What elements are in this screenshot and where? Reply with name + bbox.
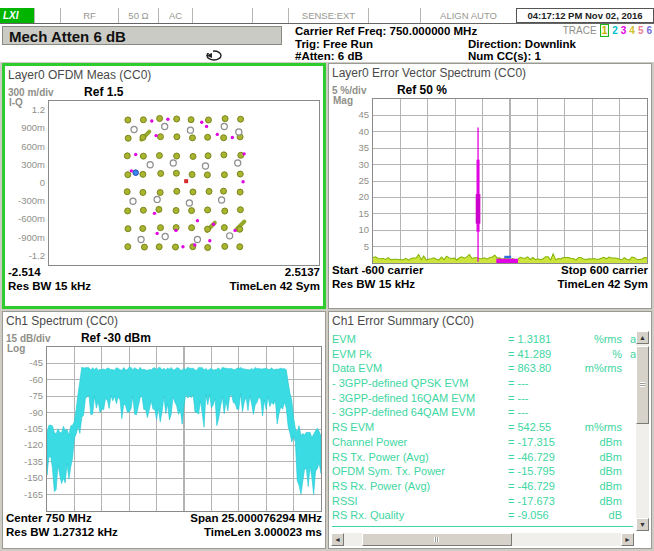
- summary-row-2: EVM Pk= 41.289%at: [332, 347, 631, 362]
- lxi-badge: LXI: [0, 8, 34, 23]
- trace-3-button[interactable]: 3: [621, 25, 627, 36]
- direction-readout: Direction: Downlink: [468, 38, 652, 51]
- trace-4-button[interactable]: 4: [629, 25, 635, 36]
- summary-value: = ---: [508, 405, 574, 420]
- time-len-readout: TimeLen 3.000023 ms: [204, 526, 322, 540]
- scroll-up-button[interactable]: ▲: [636, 331, 649, 344]
- x-axis-right: Stop 600 carrier: [561, 264, 648, 278]
- summary-suffix: [622, 464, 631, 479]
- summary-unit: [574, 376, 622, 391]
- trace-2-button[interactable]: 2: [612, 25, 618, 36]
- res-bw-readout: Res BW 1.27312 kHz: [6, 526, 118, 540]
- summary-label: EVM: [332, 332, 508, 347]
- ref-level: Ref 1.5: [84, 85, 123, 99]
- summary-label: RS Rx. Quality: [332, 508, 508, 523]
- summary-unit: dBm: [574, 450, 622, 465]
- horizontal-scrollbar[interactable]: ◄ ►: [331, 533, 634, 546]
- y-tick-label: 300m: [21, 160, 45, 170]
- trigger-readout: Trig: Free Run: [295, 38, 477, 51]
- summary-value: = -15.795: [508, 464, 574, 479]
- error-summary-table: EVM= 1.3181%rmsatEVM Pk= 41.289%atData E…: [332, 332, 648, 523]
- res-bw-readout: Res BW 15 kHz: [8, 280, 91, 294]
- window-ch1-spectrum[interactable]: Ch1 Spectrum (CC0) 15 dB/div Ref -30 dBm…: [2, 311, 326, 549]
- window-error-summary[interactable]: Ch1 Error Summary (CC0) EVM= 1.3181%rmsa…: [328, 311, 652, 549]
- y-tick-label: -1.2: [29, 251, 45, 261]
- horizontal-scrollbar-thumb[interactable]: [362, 533, 512, 546]
- summary-unit: dB: [574, 508, 622, 523]
- vertical-scrollbar-thumb[interactable]: [636, 346, 649, 424]
- annotation-box: Mech Atten 6 dB: [2, 26, 282, 45]
- status-spacer: [252, 8, 288, 23]
- summary-label: - 3GPP-defined 16QAM EVM: [332, 391, 508, 406]
- y-tick-label: -600m: [18, 214, 45, 224]
- summary-value: = -17.315: [508, 435, 574, 450]
- scroll-down-button[interactable]: ▼: [636, 518, 649, 531]
- ref-level: Ref 50 %: [397, 83, 447, 97]
- axis-format-label: Mag: [333, 95, 353, 106]
- summary-value: = -9.056: [508, 508, 574, 523]
- summary-unit: dBm: [574, 494, 622, 509]
- scroll-left-button[interactable]: ◄: [331, 533, 344, 546]
- time-len-readout: TimeLen 42 Sym: [557, 278, 648, 292]
- summary-row-9: RS Tx. Power (Avg)= -46.729dBm: [332, 450, 631, 465]
- summary-row-5: - 3GPP-defined 16QAM EVM= ---: [332, 391, 631, 406]
- window-title: Layer0 OFDM Meas (CC0): [8, 67, 320, 83]
- summary-label: RS Tx. Power (Avg): [332, 450, 508, 465]
- window-error-vector-spectrum[interactable]: Layer0 Error Vector Spectrum (CC0) 5 %/d…: [328, 63, 652, 309]
- ref-level: Ref -30 dBm: [81, 331, 151, 345]
- y-axis: I-Q 1.2900m600m300m0-300m-600m-900m-1.2: [8, 100, 48, 266]
- summary-label: Channel Power: [332, 435, 508, 450]
- summary-value: = ---: [508, 376, 574, 391]
- summary-row-4: - 3GPP-defined QPSK EVM= ---: [332, 376, 631, 391]
- horizontal-scrollbar-track[interactable]: [344, 533, 621, 546]
- vsa-application-window: LXI RF 50 Ω AC SENSE:EXT ALIGN AUTO 04:1…: [0, 0, 654, 551]
- annunciator-rf: RF: [60, 8, 118, 23]
- summary-row-13: RS Rx. Quality= -9.056dB: [332, 508, 631, 523]
- status-bar: LXI RF 50 Ω AC SENSE:EXT ALIGN AUTO 04:1…: [0, 8, 654, 24]
- summary-unit: dBm: [574, 479, 622, 494]
- scroll-right-button[interactable]: ►: [621, 533, 634, 546]
- summary-unit: %: [574, 347, 622, 362]
- x-axis-right: Span 25.000076294 MHz: [190, 512, 322, 526]
- trace-label: TRACE: [563, 25, 597, 36]
- y-tick-label: 40: [358, 127, 369, 137]
- summary-suffix: [622, 435, 631, 450]
- summary-row-3: Data EVM= 863.80m%rms: [332, 361, 631, 376]
- y-axis: Log -45-60-75-90-105-120-135-150-165: [6, 346, 46, 512]
- summary-unit: dBm: [574, 464, 622, 479]
- x-axis-left: Start -600 carrier: [332, 264, 423, 278]
- window-ofdm-meas[interactable]: Layer0 OFDM Meas (CC0) 300 m/div Ref 1.5…: [2, 63, 326, 309]
- constellation-plot[interactable]: [48, 100, 320, 266]
- clock-display: 04:17:12 PM Nov 02, 2016: [516, 8, 654, 23]
- window-title: Layer0 Error Vector Spectrum (CC0): [332, 65, 648, 81]
- status-spacer: [192, 8, 252, 23]
- summary-suffix: [622, 391, 631, 406]
- summary-value: = -46.729: [508, 450, 574, 465]
- time-len-readout: TimeLen 42 Sym: [229, 280, 320, 294]
- trace-6-button[interactable]: 6: [646, 25, 652, 36]
- y-tick-label: -150: [24, 473, 43, 483]
- summary-unit: m%rms: [574, 420, 622, 435]
- summary-row-8: Channel Power= -17.315dBm: [332, 435, 631, 450]
- summary-label: RS EVM: [332, 420, 508, 435]
- summary-unit: dBm: [574, 435, 622, 450]
- vertical-scrollbar[interactable]: ▲ ▼: [636, 331, 649, 531]
- spectrum-plot[interactable]: [46, 346, 322, 512]
- error-vector-spectrum-plot[interactable]: [372, 98, 648, 264]
- summary-separator: [332, 526, 633, 527]
- y-tick-label: 5: [364, 242, 369, 252]
- summary-row-7: RS EVM= 542.55m%rms: [332, 420, 631, 435]
- summary-label: - 3GPP-defined QPSK EVM: [332, 376, 508, 391]
- status-spacer: [34, 8, 60, 23]
- window-grid: Layer0 OFDM Meas (CC0) 300 m/div Ref 1.5…: [0, 62, 654, 551]
- summary-suffix: [622, 508, 631, 523]
- annunciator-impedance: 50 Ω: [118, 8, 158, 23]
- y-tick-label: 45: [358, 110, 369, 120]
- summary-value: = 863.80: [508, 361, 574, 376]
- trace-1-button[interactable]: 1: [600, 24, 610, 37]
- x-axis-left: Center 750 MHz: [6, 512, 92, 526]
- status-spacer: [368, 8, 420, 23]
- trace-5-button[interactable]: 5: [638, 25, 644, 36]
- atten-readout: #Atten: 6 dB: [295, 50, 477, 63]
- summary-row-11: RS Rx. Power (Avg)= -46.729dBm: [332, 479, 631, 494]
